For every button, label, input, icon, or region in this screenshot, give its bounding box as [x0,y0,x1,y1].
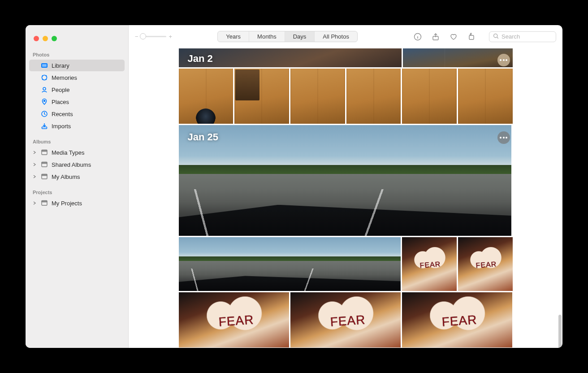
svg-point-18 [494,34,497,37]
favorite-icon[interactable] [450,33,458,41]
close-window-button[interactable] [34,36,39,41]
zoom-out-label: − [135,33,138,40]
chevron-right-icon [33,163,37,166]
day-label-jan25: Jan 25 [188,131,219,143]
chevron-right-icon [33,175,37,178]
photo-thumbnail[interactable] [179,69,233,124]
day-label-jan2: Jan 2 [188,53,213,65]
photo-thumbnail[interactable] [458,237,513,291]
zoom-track[interactable] [141,36,166,37]
photo-thumbnail[interactable] [179,292,289,347]
people-icon [41,86,48,93]
segment-all-photos[interactable]: All Photos [315,31,357,42]
sidebar-item-label: Media Types [52,149,121,156]
segment-months[interactable]: Months [249,31,285,42]
sidebar-item-places[interactable]: Places [29,96,125,108]
svg-rect-6 [42,127,47,129]
photo-thumbnail[interactable] [290,69,345,124]
sidebar-item-label: Shared Albums [52,161,121,168]
svg-point-4 [44,100,45,102]
sidebar-item-label: Recents [52,111,121,117]
search-icon [493,33,499,40]
memories-icon [41,74,48,81]
day-jan2-thumb-row [179,69,513,124]
photo-thumbnail[interactable] [179,237,401,291]
library-icon [41,62,48,69]
info-icon[interactable] [414,33,422,41]
folder-icon [41,149,48,156]
view-segmented-control: Years Months Days All Photos [217,31,358,42]
sidebar-item-label: People [52,87,121,93]
recents-icon [41,110,48,117]
sidebar-item-people[interactable]: People [29,84,125,95]
chevron-right-icon [33,151,37,154]
sidebar-item-memories[interactable]: Memories [29,72,125,83]
folder-icon [41,200,48,207]
zoom-knob[interactable] [140,33,146,39]
main-area: − + Years Months Days All Photos [129,25,562,348]
sidebar-heading-photos: Photos [26,49,128,59]
sidebar-item-recents[interactable]: Recents [29,108,125,120]
sidebar-item-label: Memories [52,74,121,81]
sidebar-section-projects: Projects My Projects [26,187,128,209]
segment-days[interactable]: Days [285,31,315,42]
sidebar-item-media-types[interactable]: Media Types [29,147,125,158]
photo-thumbnail[interactable] [402,69,457,124]
svg-point-3 [43,87,46,90]
photo-thumbnail[interactable] [402,237,457,291]
photo-thumbnail[interactable] [290,292,401,347]
zoom-slider[interactable]: − + [135,33,172,40]
sidebar-heading-albums: Albums [26,136,128,146]
photo-thumbnail[interactable] [234,69,289,124]
fullscreen-window-button[interactable] [52,36,57,41]
sidebar-item-label: My Projects [52,200,121,207]
scrollbar-thumb[interactable] [558,315,562,348]
day-jan25-hero-row [179,125,513,236]
photo-thumbnail[interactable] [458,69,513,124]
photo-grid: Jan 2 [179,48,513,347]
search-field[interactable] [489,31,556,42]
photo-grid-scroll[interactable]: Jan 2 [129,48,562,348]
day-jan25-mid-row [179,237,513,291]
sidebar-item-my-projects[interactable]: My Projects [29,197,125,209]
sidebar-item-library[interactable]: Library [29,60,125,71]
share-icon[interactable] [432,33,440,41]
segment-years[interactable]: Years [218,31,249,42]
toolbar-actions [414,33,476,41]
day-jan25-bottom-row [179,292,513,347]
rotate-icon[interactable] [467,33,476,41]
sidebar-item-my-albums[interactable]: My Albums [29,171,125,182]
window-controls [26,30,128,49]
sidebar-item-label: Library [52,62,121,69]
svg-rect-1 [42,64,47,67]
sidebar-item-label: My Albums [52,173,121,180]
day-more-button-jan2[interactable] [497,54,510,66]
places-icon [41,98,48,105]
sidebar: Photos Library Memories Pe [26,25,129,348]
minimize-window-button[interactable] [43,36,48,41]
sidebar-heading-projects: Projects [26,187,128,197]
imports-icon [41,122,48,130]
photo-thumbnail[interactable] [179,125,511,236]
photo-thumbnail[interactable] [346,69,401,124]
folder-icon [41,161,48,168]
sidebar-section-photos: Photos Library Memories Pe [26,49,128,132]
day-more-button-jan25[interactable] [497,131,510,144]
chevron-right-icon [33,201,37,205]
sidebar-item-label: Imports [52,123,121,130]
photos-app-window: Photos Library Memories Pe [26,25,562,348]
folder-icon [41,173,48,180]
search-input[interactable] [502,33,552,40]
zoom-in-label: + [169,33,173,40]
sidebar-item-shared-albums[interactable]: Shared Albums [29,159,125,170]
photo-thumbnail[interactable] [402,292,512,347]
day-jan2-hero-row [179,48,513,67]
svg-rect-17 [469,35,474,39]
sidebar-section-albums: Albums Media Types Shared Albums My Albu… [26,136,128,182]
sidebar-item-imports[interactable]: Imports [29,120,125,132]
toolbar: − + Years Months Days All Photos [129,25,562,48]
photo-thumbnail[interactable] [403,48,513,67]
sidebar-item-label: Places [52,99,121,105]
